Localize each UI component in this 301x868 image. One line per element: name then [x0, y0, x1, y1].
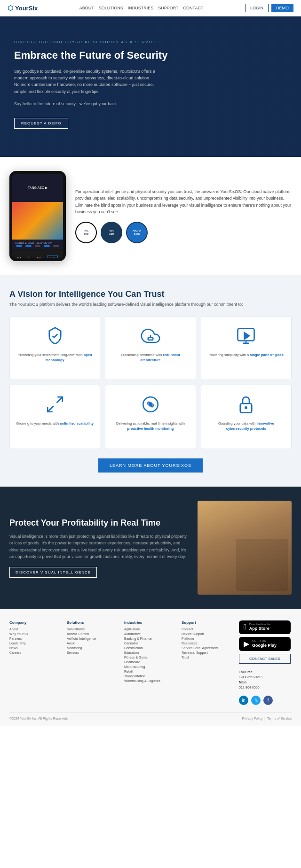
- appstore-name: App Store: [249, 626, 270, 632]
- vision-subtitle: The YourSixOS platform delivers the worl…: [9, 302, 292, 307]
- footer-banking[interactable]: Banking & Finance: [124, 637, 177, 640]
- main-label: Main: [239, 680, 292, 685]
- footer-leadership[interactable]: Leadership: [9, 642, 62, 645]
- footer-construction[interactable]: Construction: [124, 646, 177, 650]
- nav-about[interactable]: ABOUT: [79, 6, 94, 10]
- twitter-icon[interactable]: 𝕏: [251, 696, 261, 705]
- footer-resources[interactable]: Resources: [182, 642, 234, 645]
- main-number: 512-804-0505: [239, 685, 292, 690]
- nav-contact[interactable]: CONTACT: [183, 6, 204, 10]
- card2-text: Eradicating downtime with redundant arch…: [111, 352, 190, 363]
- hero-tag: DIRECT-TO-CLOUD PHYSICAL SECURITY AS A S…: [14, 40, 287, 44]
- footer-access-control[interactable]: Access Control: [67, 632, 119, 636]
- nav-actions: LOGIN DEMO: [245, 4, 293, 12]
- hero-desc1: Say goodbye to outdated, on-premise secu…: [14, 68, 155, 95]
- nav-industries[interactable]: INDUSTRIES: [128, 6, 154, 10]
- footer-warehousing[interactable]: Warehousing & Logistics: [124, 679, 177, 682]
- footer-contact-info: Toll Free 1-800-657-3213 Main 512-804-05…: [239, 669, 292, 690]
- footer-partners[interactable]: Partners: [9, 637, 62, 640]
- footer-healthcare[interactable]: Healthcare: [124, 660, 177, 664]
- phone-screen-image: [12, 202, 63, 240]
- footer-surveillance[interactable]: Surveillance: [67, 628, 119, 631]
- footer-careers[interactable]: Careers: [9, 651, 62, 654]
- nav-support[interactable]: SUPPORT: [158, 6, 178, 10]
- phone-mockup: TANG ABC ▶ August 1, 2022 | 11:34:20 AM …: [9, 171, 66, 261]
- appstore-label: Download on the: [249, 623, 270, 627]
- aicpa-text: AICPA SOC: [133, 229, 141, 236]
- aicpa-badge: AICPA SOC: [126, 222, 148, 243]
- phone-screen-top: TANG ABC ▶: [12, 174, 63, 202]
- card-proactive-monitoring: Delivering actionable, real-time insight…: [105, 385, 196, 449]
- logo-icon: ⬡: [8, 4, 13, 12]
- discover-button[interactable]: DISCOVER VISUAL INTELLIGENCE: [9, 567, 97, 578]
- footer-transportation[interactable]: Transportation: [124, 674, 177, 678]
- request-demo-button[interactable]: REQUEST A DEMO: [14, 118, 68, 129]
- section2-text: For operational intelligence and physica…: [75, 188, 292, 244]
- footer-support-heading: Support: [182, 620, 234, 625]
- card-unlimited-scalability: Growing to your needs with unlimited sca…: [9, 385, 100, 449]
- appstore-badge[interactable]:  Download on the App Store: [239, 620, 291, 634]
- login-button[interactable]: LOGIN: [245, 4, 269, 12]
- footer-agriculture[interactable]: Agriculture: [124, 628, 177, 631]
- footer-technical-support[interactable]: Technical Support: [182, 651, 234, 654]
- footer-sla[interactable]: Service Level Agreement: [182, 646, 234, 650]
- inc500-text: Inc. 500: [84, 229, 88, 236]
- footer-about[interactable]: About: [9, 628, 62, 631]
- footer-sensors[interactable]: Sensors: [67, 651, 119, 654]
- footer-solutions-heading: Solutions: [67, 620, 119, 625]
- footer-grid: Company About Why YourSix Partners Leade…: [9, 620, 292, 705]
- footer-contact[interactable]: Contact: [182, 628, 234, 631]
- facebook-icon[interactable]: f: [263, 696, 273, 705]
- footer-company-col: Company About Why YourSix Partners Leade…: [9, 620, 62, 705]
- vision-section: A Vision for Intelligence You Can Trust …: [0, 275, 301, 487]
- footer-company-list: About Why YourSix Partners Leadership Ne…: [9, 628, 62, 654]
- footer-whyyoursix[interactable]: Why YourSix: [9, 632, 62, 636]
- footer: Company About Why YourSix Partners Leade…: [0, 609, 301, 726]
- card4-text: Growing to your needs with unlimited sca…: [16, 421, 94, 426]
- card1-text: Protecting your investment long-term wit…: [16, 352, 94, 363]
- footer-cannabis[interactable]: Cannabis: [124, 642, 177, 645]
- googleplay-badge[interactable]: ▶ GET IT ON Google Play: [239, 637, 291, 651]
- apple-icon: : [244, 623, 246, 631]
- learn-more-button[interactable]: LEARN MORE ABOUT YOURSIXOS: [98, 458, 203, 473]
- shield-check-icon: [43, 324, 67, 348]
- hero-title: Embrace the Future of Security: [14, 49, 287, 62]
- svg-line-6: [56, 397, 62, 403]
- inc500-badge: Inc. 500: [75, 222, 97, 243]
- privacy-policy-link[interactable]: Privacy Policy: [242, 717, 263, 720]
- phone-screen-controls: ⏮ ⏸ ⏭ LIVE: [12, 249, 63, 258]
- hero-section: DIRECT-TO-CLOUD PHYSICAL SECURITY AS A S…: [0, 16, 301, 157]
- footer-trust[interactable]: Trust: [182, 656, 234, 659]
- google-play-icon: ▶: [244, 639, 249, 648]
- nav-solutions[interactable]: SOLUTIONS: [99, 6, 123, 10]
- certification-badges: Inc. 500 Vet 100 AICPA SOC: [75, 222, 292, 243]
- navbar: ⬡ YourSix ABOUT SOLUTIONS INDUSTRIES SUP…: [0, 0, 301, 16]
- footer-ai[interactable]: Artificial Intelligence: [67, 637, 119, 640]
- footer-audio[interactable]: Audio: [67, 642, 119, 645]
- toll-free-label: Toll Free: [239, 669, 292, 674]
- footer-monitoring[interactable]: Monitoring: [67, 646, 119, 650]
- card-redundant-architecture: Eradicating downtime with redundant arch…: [105, 316, 196, 380]
- footer-education[interactable]: Education: [124, 651, 177, 654]
- footer-platform[interactable]: Platform: [182, 637, 234, 640]
- card6-text: Guarding your data with innovative cyber…: [207, 421, 285, 432]
- card3-highlight: single pane of glass: [250, 353, 284, 357]
- svg-rect-0: [148, 337, 153, 340]
- profit-image-inner: [198, 501, 292, 595]
- footer-solutions-col: Solutions Surveillance Access Control Ar…: [67, 620, 119, 705]
- terms-link[interactable]: Terms of Service: [267, 717, 292, 720]
- footer-fitness[interactable]: Fitness & Gyms: [124, 656, 177, 659]
- footer-automotive[interactable]: Automotive: [124, 632, 177, 636]
- linkedin-icon[interactable]: in: [239, 696, 248, 705]
- profit-section: Protect Your Profitability in Real Time …: [0, 487, 301, 609]
- cloud-database-icon: [139, 324, 162, 348]
- footer-news[interactable]: News: [9, 646, 62, 650]
- footer-manufacturing[interactable]: Manufacturing: [124, 665, 177, 668]
- footer-industries-heading: Industries: [124, 620, 177, 625]
- footer-industries-col: Industries Agriculture Automotive Bankin…: [124, 620, 177, 705]
- contact-sales-button[interactable]: CONTACT SALES: [239, 654, 291, 664]
- demo-button[interactable]: DEMO: [271, 4, 293, 12]
- footer-retail[interactable]: Retail: [124, 670, 177, 673]
- social-icons: in 𝕏 f: [239, 696, 292, 705]
- footer-device-support[interactable]: Device Support: [182, 632, 234, 636]
